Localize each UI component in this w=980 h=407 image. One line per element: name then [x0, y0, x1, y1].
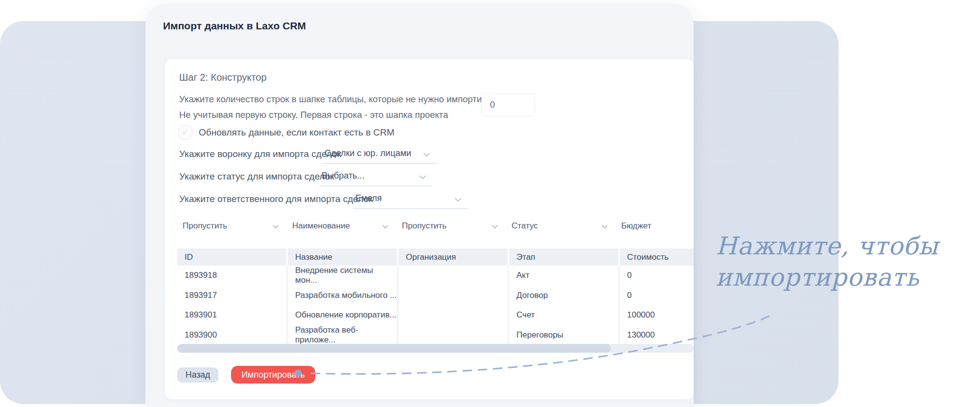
owner-select[interactable]: Емеля — [353, 192, 468, 209]
column-mapping-row: Пропустить Наименование Пропустить Стату… — [178, 221, 694, 233]
step-title: Шаг 2: Конструктор — [179, 72, 267, 83]
action-buttons: Назад Импортировать — [177, 366, 315, 384]
handwritten-annotation: Нажмите, чтобы импортировать — [716, 230, 980, 293]
column-header-stage: Этап — [509, 249, 620, 266]
chevron-down-icon — [602, 223, 607, 228]
table-row: 1893901 Обновление корпоратив... Счет 10… — [177, 305, 694, 325]
table-row: 1893918 Внедрение системы мон... Акт 0 — [177, 266, 694, 286]
cell-id: 1893917 — [177, 286, 288, 306]
column-header-cost: Стоимость — [620, 249, 694, 266]
annotation-line-2: импортировать — [716, 262, 980, 293]
chevron-down-icon — [423, 150, 430, 157]
chevron-down-icon — [455, 195, 461, 202]
mapping-select-1[interactable]: Пропустить — [178, 221, 288, 233]
cell-name: Разработка мобильного ... — [288, 286, 398, 306]
owner-select-label: Укажите ответственного для импорта сдело… — [179, 192, 373, 204]
update-contacts-row: ✓ Обновлять данные, если контакт есть в … — [178, 125, 395, 139]
cell-cost: 130000 — [620, 325, 694, 345]
cell-stage: Счет — [509, 305, 620, 325]
cell-id: 1893918 — [177, 266, 288, 286]
funnel-select[interactable]: Сделки с юр. лицами — [322, 147, 437, 164]
chevron-down-icon — [273, 223, 278, 228]
constructor-card: Шаг 2: Конструктор Укажите количество ст… — [165, 59, 694, 399]
status-select[interactable]: Выбрать... — [319, 170, 433, 186]
column-header-organization: Организация — [398, 249, 509, 266]
chevron-down-icon — [492, 223, 497, 228]
import-button[interactable]: Импортировать — [231, 366, 315, 384]
cell-organization — [398, 266, 509, 286]
mapping-select-1-value: Пропустить — [183, 221, 227, 231]
column-header-name: Название — [288, 249, 398, 266]
table-header-row: ID Название Организация Этап Стоимость — [177, 249, 694, 266]
hint-line-1: Укажите количество строк в шапке таблицы… — [179, 91, 510, 107]
preview-table: ID Название Организация Этап Стоимость 1… — [177, 249, 694, 345]
cell-organization — [398, 305, 509, 325]
header-rows-hint: Укажите количество строк в шапке таблицы… — [179, 91, 510, 122]
cell-cost: 0 — [620, 286, 694, 306]
column-header-id: ID — [177, 249, 288, 266]
cell-stage: Акт — [509, 266, 620, 286]
funnel-select-row: Укажите воронку для импорта сделок — [179, 147, 341, 159]
table-row: 1893900 Разработка веб-приложе... Перего… — [177, 325, 694, 345]
mapping-select-4-value: Статус — [512, 221, 538, 231]
status-select-label: Укажите статус для импорта сделок — [179, 170, 334, 182]
cell-stage: Переговоры — [509, 325, 620, 345]
cell-cost: 100000 — [620, 305, 694, 325]
table-row: 1893917 Разработка мобильного ... Догово… — [177, 286, 694, 306]
mapping-select-5-value: Бюджет — [621, 221, 652, 231]
mapping-select-3-value: Пропустить — [402, 221, 446, 231]
owner-select-row: Укажите ответственного для импорта сдело… — [179, 192, 373, 204]
import-modal: Импорт данных в Laxo CRM Шаг 2: Конструк… — [145, 4, 694, 407]
funnel-select-value: Сделки с юр. лицами — [325, 148, 411, 158]
header-rows-input[interactable] — [481, 93, 535, 116]
cell-stage: Договор — [509, 286, 620, 306]
mapping-select-3[interactable]: Пропустить — [397, 221, 507, 233]
modal-title: Импорт данных в Laxo CRM — [163, 20, 306, 32]
cell-name: Обновление корпоратив... — [288, 305, 398, 325]
status-select-row: Укажите статус для импорта сделок — [179, 170, 334, 182]
chevron-down-icon — [382, 223, 388, 228]
owner-select-value: Емеля — [355, 193, 382, 204]
cell-name: Внедрение системы мон... — [288, 266, 398, 286]
chevron-down-icon — [420, 173, 426, 179]
back-button[interactable]: Назад — [177, 367, 218, 383]
screen: Импорт данных в Laxo CRM Шаг 2: Конструк… — [0, 0, 980, 407]
cell-name: Разработка веб-приложе... — [288, 325, 398, 345]
cell-cost: 0 — [620, 266, 694, 286]
update-checkbox[interactable]: ✓ — [178, 125, 192, 139]
cell-id: 1893900 — [177, 325, 288, 345]
cell-organization — [398, 325, 509, 345]
hint-line-2: Не учитывая первую строку. Первая строка… — [179, 107, 510, 123]
mapping-select-5[interactable]: Бюджет — [617, 221, 694, 233]
cell-organization — [398, 286, 509, 306]
annotation-line-1: Нажмите, чтобы — [716, 230, 980, 262]
mapping-select-2[interactable]: Наименование — [288, 221, 397, 233]
status-select-value: Выбрать... — [322, 171, 365, 181]
scrollbar-thumb[interactable] — [177, 344, 611, 353]
mapping-select-2-value: Наименование — [292, 221, 350, 231]
update-checkbox-label: Обновлять данные, если контакт есть в CR… — [199, 127, 395, 138]
funnel-select-label: Укажите воронку для импорта сделок — [179, 147, 341, 159]
check-icon: ✓ — [182, 128, 188, 136]
cell-id: 1893901 — [177, 305, 288, 325]
mapping-select-4[interactable]: Статус — [507, 221, 617, 233]
horizontal-scrollbar[interactable] — [177, 344, 694, 353]
